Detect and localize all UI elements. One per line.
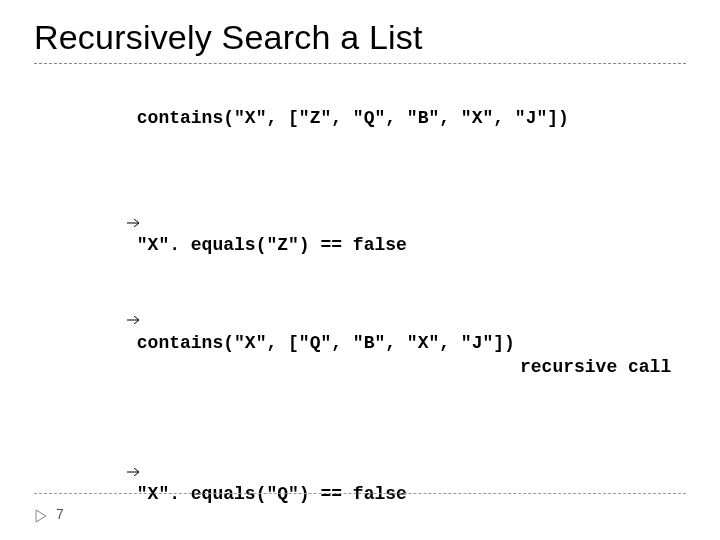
trace-line: contains("X", ["Q", "B", "X", "J"]) recu… <box>40 282 686 403</box>
code-trace: contains("X", ["Z", "Q", "B", "X", "J"])… <box>34 82 686 540</box>
trace-line: "X". equals("Q") == false <box>40 434 686 531</box>
footer-divider <box>34 493 686 494</box>
arrow-icon <box>40 438 58 452</box>
trace-line: contains("X", ["Z", "Q", "B", "X", "J"]) <box>40 82 686 155</box>
title-divider <box>34 63 686 64</box>
page-number: 7 <box>56 506 64 522</box>
svg-marker-7 <box>36 510 46 522</box>
slide-title: Recursively Search a List <box>34 18 686 57</box>
play-icon <box>34 508 48 524</box>
code-text: "X". equals("Z") == false <box>137 235 407 255</box>
arrow-icon <box>40 535 58 540</box>
code-text: "X". equals("Q") == false <box>137 484 407 504</box>
trace-line: contains("X", ["B", "X", "J"]) recursive… <box>40 531 686 540</box>
annotation: recursive call <box>520 355 671 379</box>
code-text: contains("X", ["Z", "Q", "B", "X", "J"]) <box>137 108 569 128</box>
arrow-icon <box>40 189 58 203</box>
arrow-icon <box>40 286 58 300</box>
trace-line: "X". equals("Z") == false <box>40 185 686 282</box>
slide: Recursively Search a List contains("X", … <box>0 0 720 540</box>
code-text: contains("X", ["Q", "B", "X", "J"]) <box>137 333 515 353</box>
